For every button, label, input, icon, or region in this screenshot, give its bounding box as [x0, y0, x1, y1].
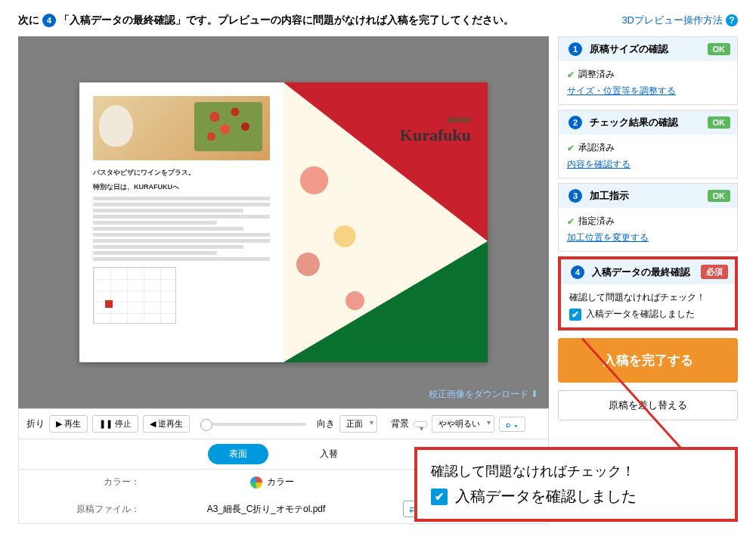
header-prefix: 次に [18, 14, 39, 27]
tab-swap[interactable]: 入替 [299, 444, 359, 464]
step-3-num: 3 [569, 189, 582, 203]
background-label: 背景 [391, 417, 409, 430]
step-2-title: チェック結果の確認 [590, 116, 678, 129]
callout-checkbox: ✔ 入稿データを確認しました [431, 486, 721, 507]
step-4: 4入稿データの最終確認必須 確認して問題なければチェック！ ✔ 入稿データを確認… [558, 256, 738, 330]
background-color-select[interactable] [414, 421, 427, 427]
color-label: カラー： [26, 476, 140, 489]
doc-triangle-green [284, 241, 488, 362]
doc-body-text [93, 197, 270, 261]
help-link[interactable]: 3Dプレビュー操作方法 ? [621, 14, 738, 27]
stop-button[interactable]: ❚❚ 停止 [92, 415, 138, 433]
replace-document-button[interactable]: 原稿を差し替える [558, 390, 738, 420]
step-1-num: 1 [569, 42, 582, 56]
background-brightness-select[interactable]: やや明るい [432, 415, 494, 433]
callout-instruction: 確認して問題なければチェック！ [431, 462, 721, 480]
check-icon: ✔ [567, 70, 575, 80]
file-name-front: A3_細長_C折り_オモテol.pdf [207, 503, 326, 516]
document-preview: パスタやピザにワインをプラス。 特別な日は、KURAFUKUへ Italian … [79, 82, 488, 362]
reverse-button[interactable]: ◀ 逆再生 [143, 415, 190, 433]
doc-headline-2: 特別な日は、KURAFUKUへ [93, 182, 270, 192]
doc-triangle-red [284, 82, 488, 241]
step-3: 3加工指示OK ✔指定済み 加工位置を変更する [558, 183, 738, 252]
header-text: 「入稿データの最終確認」です。プレビューの内容に問題がなければ入稿を完了してくだ… [59, 14, 514, 27]
step-2: 2チェック結果の確認OK ✔承認済み 内容を確認する [558, 110, 738, 178]
zoom-button[interactable]: ⌕ ▾ [499, 417, 525, 432]
checkbox-icon: ✔ [569, 309, 581, 321]
step-2-badge: OK [708, 116, 731, 129]
download-proof-link[interactable]: 校正画像をダウンロード ⬇ [429, 388, 538, 401]
step-3-title: 加工指示 [590, 189, 629, 203]
confirm-checkbox-label: 入稿データを確認しました [586, 308, 695, 321]
confirm-checkbox[interactable]: ✔ 入稿データを確認しました [569, 308, 727, 321]
orientation-select[interactable]: 正面 [339, 415, 377, 433]
step-2-link[interactable]: 内容を確認する [567, 159, 631, 169]
callout-checkbox-label: 入稿データを確認しました [455, 486, 637, 507]
check-icon: ✔ [567, 143, 575, 154]
preview-area[interactable]: パスタやピザにワインをプラス。 特別な日は、KURAFUKUへ Italian … [18, 36, 549, 408]
preview-toolbar: 折り ▶ 再生 ❚❚ 停止 ◀ 逆再生 向き 正面 背景 やや明るい ⌕ ▾ [18, 408, 549, 439]
step-3-badge: OK [708, 190, 731, 202]
checkbox-icon: ✔ [431, 489, 448, 505]
doc-logo: Italian Kurafuku [400, 114, 471, 145]
complete-submission-button[interactable]: 入稿を完了する [558, 338, 738, 383]
step-3-link[interactable]: 加工位置を変更する [567, 232, 649, 243]
step-1-link[interactable]: サイズ・位置等を調整する [567, 85, 676, 96]
check-icon: ✔ [567, 216, 575, 227]
logo-subtitle: Italian [400, 114, 471, 126]
doc-headline-1: パスタやピザにワインをプラス。 [93, 168, 270, 178]
confirm-instruction: 確認して問題なければチェック！ [569, 291, 727, 304]
tab-front[interactable]: 表面 [208, 444, 268, 464]
help-text: 3Dプレビュー操作方法 [621, 14, 723, 27]
callout-box: 確認して問題なければチェック！ ✔ 入稿データを確認しました [414, 447, 738, 522]
orientation-label: 向き [317, 417, 335, 430]
doc-map [93, 267, 176, 324]
fold-label: 折り [26, 417, 45, 430]
step-2-status: 承認済み [578, 141, 615, 154]
step-1: 1原稿サイズの確認OK ✔調整済み サイズ・位置等を調整する [558, 36, 738, 105]
step-4-num: 4 [571, 265, 584, 279]
file-label: 原稿ファイル： [26, 503, 140, 516]
logo-title: Kurafuku [400, 126, 471, 145]
step-4-title: 入稿データの最終確認 [592, 265, 690, 279]
step-3-status: 指定済み [578, 215, 615, 228]
step-1-status: 調整済み [578, 68, 615, 81]
step-4-badge: 必須 [701, 265, 728, 279]
fold-slider[interactable] [200, 423, 306, 426]
header-instruction: 次に 4 「入稿データの最終確認」です。プレビューの内容に問題がなければ入稿を完… [18, 14, 514, 27]
doc-hero-image [93, 96, 270, 160]
step-number-badge: 4 [42, 14, 56, 27]
help-icon: ? [726, 14, 738, 26]
step-1-title: 原稿サイズの確認 [590, 42, 668, 56]
color-value: カラー [140, 476, 404, 489]
page-header: 次に 4 「入稿データの最終確認」です。プレビューの内容に問題がなければ入稿を完… [18, 14, 738, 27]
step-1-badge: OK [708, 43, 731, 55]
play-button[interactable]: ▶ 再生 [49, 415, 88, 433]
step-2-num: 2 [569, 116, 582, 129]
color-swatch-icon [250, 476, 262, 489]
